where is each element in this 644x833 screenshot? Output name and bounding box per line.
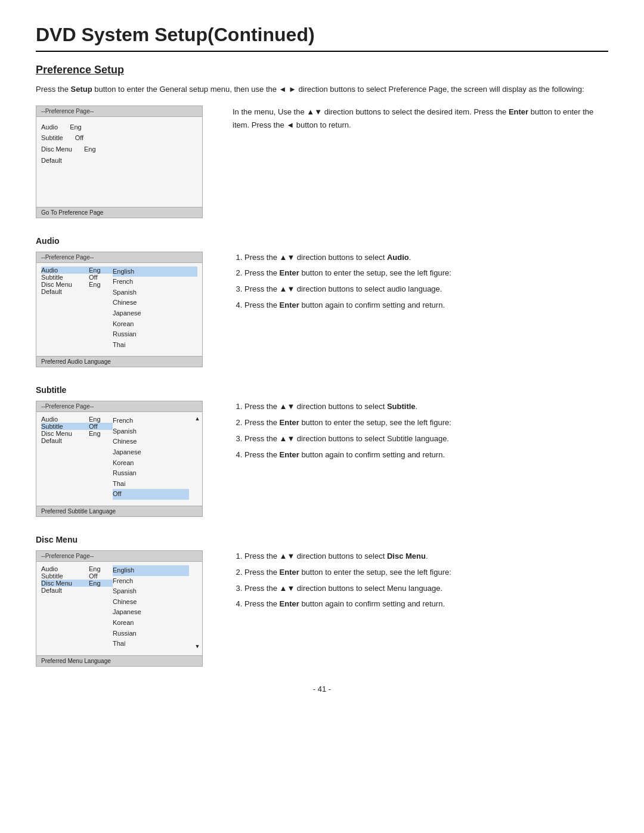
audio-step-1: Press the ▲▼ direction buttons to select…: [244, 252, 608, 264]
lang-spanish: Spanish: [113, 287, 197, 298]
subtitle-values-col: Eng Off Eng: [89, 416, 113, 500]
menu-lang-french: French: [113, 576, 189, 587]
audio-step-2: Press the Enter button to enter the setu…: [244, 267, 608, 280]
pref-row-discmenu: Disc MenuEng: [41, 144, 197, 155]
discmenu-lang-col: English French Spanish Chinese Japanese …: [113, 565, 189, 649]
lang-english: English: [113, 267, 197, 277]
subtitle-pref-header: --Preference Page--: [36, 401, 202, 412]
audio-instructions: Press the ▲▼ direction buttons to select…: [233, 252, 608, 312]
subtitle-step-2: Press the Enter button to enter the setu…: [244, 417, 608, 429]
audio-pref-header: --Preference Page--: [36, 252, 202, 263]
discmenu-pref-body: Audio Subtitle Disc Menu Default Eng Off…: [36, 562, 194, 653]
discmenu-scroll-col: ▼: [194, 562, 202, 653]
lang-chinese: Chinese: [113, 298, 197, 308]
audio-left-col: --Preference Page-- Audio Subtitle Disc …: [36, 252, 215, 368]
subtitle-pref-box: --Preference Page-- Audio Subtitle Disc …: [36, 401, 203, 517]
discmenu-right-col: Press the ▲▼ direction buttons to select…: [233, 550, 608, 667]
subtitle-step-1: Press the ▲▼ direction buttons to select…: [244, 401, 608, 413]
pref-row-default: Default: [41, 155, 197, 166]
lang-thai: Thai: [113, 340, 197, 351]
menu-lang-spanish: Spanish: [113, 586, 189, 597]
audio-step-3: Press the ▲▼ direction buttons to select…: [244, 283, 608, 296]
subtitle-step-3: Press the ▲▼ direction buttons to select…: [244, 433, 608, 445]
subtitle-step-4: Press the Enter button again to confirm …: [244, 449, 608, 462]
intro-left-col: --Preference Page-- AudioEng SubtitleOff…: [36, 106, 215, 218]
intro-pref-footer: Go To Preference Page: [36, 207, 202, 218]
menu-lang-russian: Russian: [113, 628, 189, 639]
intro-pref-box: --Preference Page-- AudioEng SubtitleOff…: [36, 106, 203, 218]
menu-lang-thai: Thai: [113, 639, 189, 649]
sub-lang-french: French: [113, 416, 189, 426]
intro-right-col: In the menu, Use the ▲▼ direction button…: [233, 106, 608, 218]
page-title: DVD System Setup(Continued): [36, 24, 608, 52]
menu-lang-english: English: [113, 565, 189, 576]
sub-lang-off: Off: [113, 489, 189, 500]
discmenu-instructions: Press the ▲▼ direction buttons to select…: [233, 550, 608, 611]
lang-korean: Korean: [113, 319, 197, 330]
menu-lang-korean: Korean: [113, 618, 189, 628]
pref-row-audio: AudioEng: [41, 122, 197, 133]
discmenu-step-3: Press the ▲▼ direction buttons to select…: [244, 583, 608, 595]
discmenu-step-2: Press the Enter button to enter the setu…: [244, 566, 608, 579]
audio-pref-box: --Preference Page-- Audio Subtitle Disc …: [36, 252, 203, 368]
discmenu-section-title: Disc Menu: [36, 535, 608, 544]
lang-japanese: Japanese: [113, 308, 197, 319]
sub-lang-spanish: Spanish: [113, 426, 189, 437]
discmenu-step-4: Press the Enter button again to confirm …: [244, 598, 608, 611]
section-title: Preference Setup: [36, 64, 608, 76]
discmenu-section: --Preference Page-- Audio Subtitle Disc …: [36, 550, 608, 667]
lang-french: French: [113, 277, 197, 287]
subtitle-instructions: Press the ▲▼ direction buttons to select…: [233, 401, 608, 461]
subtitle-left-col: --Preference Page-- Audio Subtitle Disc …: [36, 401, 215, 517]
discmenu-pref-header: --Preference Page--: [36, 551, 202, 562]
intro-pref-body: AudioEng SubtitleOff Disc MenuEng Defaul…: [36, 117, 202, 169]
discmenu-pref-box: --Preference Page-- Audio Subtitle Disc …: [36, 550, 203, 667]
audio-lang-col: English French Spanish Chinese Japanese …: [113, 267, 197, 351]
subtitle-scroll-col: ▲: [194, 412, 202, 503]
pref-row-subtitle: SubtitleOff: [41, 132, 197, 144]
discmenu-labels-col: Audio Subtitle Disc Menu Default: [41, 565, 89, 649]
audio-pref-footer: Preferred Audio Language: [36, 356, 202, 367]
subtitle-lang-col: French Spanish Chinese Japanese Korean R…: [113, 416, 189, 500]
subtitle-labels-col: Audio Subtitle Disc Menu Default: [41, 416, 89, 500]
subtitle-right-col: Press the ▲▼ direction buttons to select…: [233, 401, 608, 517]
audio-labels-col: Audio Subtitle Disc Menu Default: [41, 267, 89, 351]
discmenu-values-col: Eng Off Eng: [89, 565, 113, 649]
sub-lang-thai: Thai: [113, 479, 189, 490]
menu-lang-japanese: Japanese: [113, 607, 189, 618]
subtitle-pref-footer: Preferred Subtitle Language: [36, 506, 202, 516]
audio-step-4: Press the Enter button again to confirm …: [244, 299, 608, 312]
lang-russian: Russian: [113, 329, 197, 340]
audio-right-col: Press the ▲▼ direction buttons to select…: [233, 252, 608, 368]
sub-lang-korean: Korean: [113, 458, 189, 469]
discmenu-step-1: Press the ▲▼ direction buttons to select…: [244, 550, 608, 563]
pref-box-header: --Preference Page--: [36, 106, 202, 117]
discmenu-pref-footer: Preferred Menu Language: [36, 655, 202, 666]
menu-lang-chinese: Chinese: [113, 597, 189, 608]
discmenu-left-col: --Preference Page-- Audio Subtitle Disc …: [36, 550, 215, 667]
subtitle-section: --Preference Page-- Audio Subtitle Disc …: [36, 401, 608, 517]
audio-section: --Preference Page-- Audio Subtitle Disc …: [36, 252, 608, 368]
page-number: - 41 -: [36, 685, 608, 693]
intro-paragraph: Press the Setup button to enter the Gene…: [36, 83, 608, 96]
audio-pref-body: Audio Subtitle Disc Menu Default Eng Off…: [36, 263, 202, 354]
subtitle-section-title: Subtitle: [36, 385, 608, 395]
discmenu-pref-body-wrapper: Audio Subtitle Disc Menu Default Eng Off…: [36, 562, 202, 653]
audio-section-title: Audio: [36, 236, 608, 246]
sub-lang-japanese: Japanese: [113, 447, 189, 458]
sub-lang-russian: Russian: [113, 468, 189, 479]
intro-section: --Preference Page-- AudioEng SubtitleOff…: [36, 106, 608, 218]
sub-lang-chinese: Chinese: [113, 436, 189, 447]
subtitle-pref-body: Audio Subtitle Disc Menu Default Eng Off…: [36, 412, 194, 503]
subtitle-pref-body-wrapper: Audio Subtitle Disc Menu Default Eng Off…: [36, 412, 202, 503]
audio-values-col: Eng Off Eng: [89, 267, 113, 351]
